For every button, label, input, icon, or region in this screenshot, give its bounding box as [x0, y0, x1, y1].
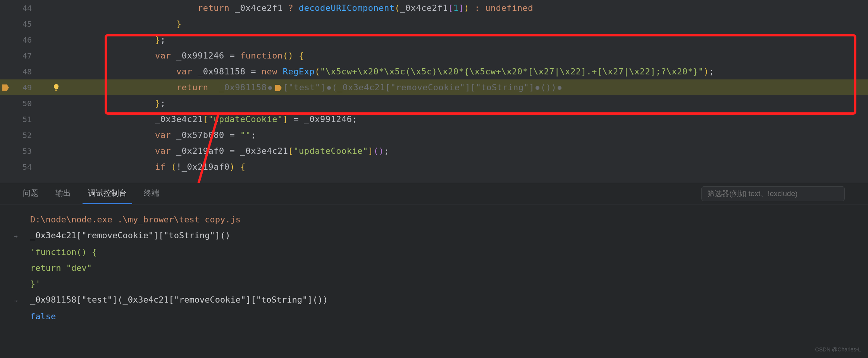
- code-line[interactable]: 46 };: [0, 32, 868, 48]
- panel-tab[interactable]: 调试控制台: [83, 183, 132, 204]
- console-line[interactable]: false: [11, 308, 860, 324]
- code-content[interactable]: var _0x981158 = new RegExp("\x5cw+\x20*\…: [70, 67, 714, 76]
- line-number: 44: [11, 3, 43, 13]
- console-text: 'function() {: [30, 244, 97, 260]
- code-content[interactable]: var _0x991246 = function() {: [70, 51, 304, 60]
- console-text: _0x981158["test"](_0x3e4c21["removeCooki…: [30, 292, 328, 308]
- code-line[interactable]: 54 if (!_0x219af0) {: [0, 159, 868, 175]
- filter-input[interactable]: [701, 186, 845, 201]
- svg-marker-2: [275, 85, 282, 91]
- lightbulb-icon: [52, 83, 60, 92]
- code-content[interactable]: if (!_0x219af0) {: [70, 162, 246, 172]
- code-line[interactable]: 53 var _0x219af0 = _0x3e4c21["updateCook…: [0, 143, 868, 159]
- inline-eval-dot-icon: [536, 86, 539, 90]
- code-line[interactable]: 51 _0x3e4c21["updateCookie"] = _0x991246…: [0, 111, 868, 127]
- console-text: D:\node\node.exe .\my_brower\test copy.j…: [30, 212, 241, 227]
- inline-eval-dot-icon: [327, 86, 331, 90]
- code-line[interactable]: 48 var _0x981158 = new RegExp("\x5cw+\x2…: [0, 64, 868, 79]
- line-number: 47: [11, 51, 43, 60]
- code-content[interactable]: _0x3e4c21["updateCookie"] = _0x991246;: [70, 114, 357, 124]
- svg-rect-1: [55, 90, 57, 91]
- line-number: 48: [11, 67, 43, 76]
- console-line[interactable]: → _0x3e4c21["removeCookie"]["toString"](…: [11, 227, 860, 244]
- console-text: return "dev": [30, 260, 92, 276]
- code-editor[interactable]: 44 return _0x4ce2f1 ? decodeURIComponent…: [0, 0, 868, 183]
- svg-marker-0: [2, 84, 9, 91]
- line-number: 53: [11, 146, 43, 156]
- code-line[interactable]: 50 };: [0, 95, 868, 111]
- breakpoint-icon: [1, 83, 10, 92]
- debug-console-output[interactable]: D:\node\node.exe .\my_brower\test copy.j…: [0, 205, 868, 324]
- code-content[interactable]: var _0x57b080 = "";: [70, 130, 256, 140]
- console-line[interactable]: }': [11, 276, 860, 292]
- bottom-panel: 问题输出调试控制台终端 D:\node\node.exe .\my_brower…: [0, 183, 868, 358]
- bulb-gutter[interactable]: [43, 83, 70, 92]
- line-number: 54: [11, 162, 43, 172]
- line-number: 52: [11, 131, 43, 140]
- panel-tab[interactable]: 输出: [50, 183, 76, 204]
- code-line[interactable]: 44 return _0x4ce2f1 ? decodeURIComponent…: [0, 0, 868, 16]
- watermark: CSDN @Charles-L: [815, 346, 861, 353]
- code-content[interactable]: var _0x219af0 = _0x3e4c21["updateCookie"…: [70, 146, 389, 156]
- console-line[interactable]: 'function() {: [11, 244, 860, 260]
- console-text: }': [30, 276, 41, 292]
- console-line[interactable]: return "dev": [11, 260, 860, 276]
- panel-tab[interactable]: 问题: [17, 183, 44, 204]
- console-arrow-icon: →: [11, 228, 30, 244]
- code-content[interactable]: }: [70, 19, 182, 29]
- line-number: 49: [11, 83, 43, 92]
- console-arrow-icon: →: [11, 293, 30, 308]
- code-line[interactable]: 45 }: [0, 16, 868, 32]
- console-text: false: [30, 308, 56, 324]
- inline-eval-dot-icon: [268, 86, 272, 90]
- console-text: _0x3e4c21["removeCookie"]["toString"](): [30, 227, 231, 243]
- inline-breakpoint-icon: [274, 84, 282, 92]
- line-number: 51: [11, 115, 43, 124]
- panel-tab[interactable]: 终端: [138, 183, 165, 204]
- code-content[interactable]: };: [70, 35, 165, 45]
- line-number: 50: [11, 99, 43, 108]
- line-number: 46: [11, 35, 43, 45]
- code-content[interactable]: };: [70, 98, 165, 108]
- console-line[interactable]: D:\node\node.exe .\my_brower\test copy.j…: [11, 212, 860, 227]
- inline-eval-dot-icon: [558, 86, 561, 90]
- code-content[interactable]: return _0x981158["test"](_0x3e4c21["remo…: [70, 83, 563, 92]
- breakpoint-gutter[interactable]: [0, 83, 11, 92]
- line-number: 45: [11, 19, 43, 29]
- code-line[interactable]: 49 return _0x981158["test"](_0x3e4c21["r…: [0, 79, 868, 95]
- console-line[interactable]: → _0x981158["test"](_0x3e4c21["removeCoo…: [11, 292, 860, 308]
- code-line[interactable]: 52 var _0x57b080 = "";: [0, 127, 868, 143]
- code-line[interactable]: 47 var _0x991246 = function() {: [0, 48, 868, 64]
- code-content[interactable]: return _0x4ce2f1 ? decodeURIComponent(_0…: [70, 3, 533, 13]
